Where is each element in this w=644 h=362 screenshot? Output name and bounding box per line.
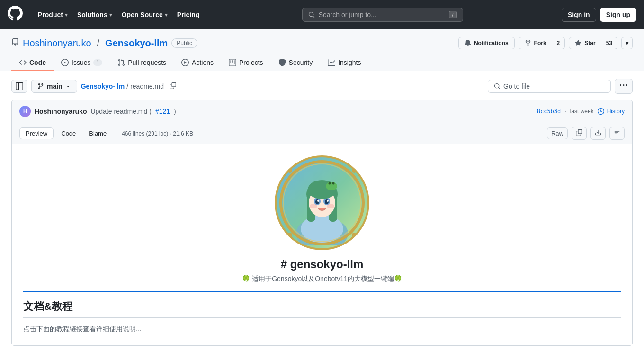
sidebar-toggle-button[interactable] — [11, 80, 27, 93]
nav-pricing-link[interactable]: Pricing — [173, 7, 203, 22]
commit-author-name[interactable]: Hoshinonyaruko — [35, 108, 87, 115]
readme-image-container — [23, 155, 621, 250]
commit-author-avatar: H — [19, 106, 31, 117]
commit-hash-link[interactable]: 8cc5b3d — [537, 108, 561, 115]
top-nav-links: Product ▾ Solutions ▾ Open Source ▾ Pric… — [34, 7, 203, 22]
tab-actions[interactable]: Actions — [174, 55, 221, 71]
file-actions: Raw — [547, 127, 625, 140]
tab-projects-label: Projects — [239, 59, 263, 66]
svg-point-15 — [327, 204, 334, 208]
copy-raw-button[interactable] — [572, 127, 587, 140]
file-view-header: Preview Code Blame 466 lines (291 loc) ·… — [12, 123, 632, 144]
commit-pr-link[interactable]: #121 — [155, 108, 170, 115]
top-nav: Product ▾ Solutions ▾ Open Source ▾ Pric… — [0, 0, 644, 29]
tab-code[interactable]: Code — [11, 55, 54, 71]
file-path-repo-link[interactable]: Gensokyo-llm — [81, 82, 125, 90]
tab-insights[interactable]: Insights — [320, 55, 368, 71]
tab-issues[interactable]: Issues 1 — [54, 55, 110, 71]
tab-actions-label: Actions — [192, 59, 214, 66]
repo-title-slash: / — [97, 38, 100, 49]
tab-insights-label: Insights — [338, 59, 361, 66]
search-area: Search or jump to... / — [211, 8, 554, 22]
nav-solutions-label: Solutions — [77, 11, 107, 18]
notifications-label: Notifications — [474, 40, 509, 46]
file-meta-info: 466 lines (291 loc) · 21.6 KB — [122, 130, 193, 137]
star-button[interactable]: Star — [569, 37, 601, 49]
sign-in-button[interactable]: Sign in — [562, 8, 596, 22]
star-button-group: Star 53 — [569, 37, 617, 49]
go-to-file-placeholder: Go to file — [503, 82, 530, 90]
outline-button[interactable] — [609, 127, 625, 140]
nav-product-link[interactable]: Product ▾ — [34, 7, 72, 22]
auth-buttons: Sign in Sign up — [562, 8, 636, 22]
tab-projects[interactable]: Projects — [221, 55, 271, 71]
nav-solutions-link[interactable]: Solutions ▾ — [73, 7, 116, 22]
star-count[interactable]: 53 — [601, 37, 617, 49]
file-toolbar: main Gensokyo-llm / readme.md Go to file — [11, 79, 633, 94]
tab-security-label: Security — [289, 59, 313, 66]
readme-divider — [23, 291, 621, 292]
repo-visibility-badge: Public — [171, 38, 197, 48]
nav-opensource-link[interactable]: Open Source ▾ — [118, 7, 171, 22]
repo-type-icon — [11, 38, 19, 48]
svg-point-27 — [352, 233, 357, 237]
svg-point-25 — [352, 168, 357, 173]
commit-separator: · — [564, 108, 566, 115]
repo-name-link[interactable]: Gensokyo-llm — [105, 38, 168, 49]
issues-count-badge: 1 — [93, 59, 102, 66]
go-to-file-search[interactable]: Go to file — [488, 80, 611, 93]
github-logo-icon[interactable] — [8, 6, 23, 24]
file-view: Preview Code Blame 466 lines (291 loc) ·… — [11, 123, 633, 346]
preview-tab[interactable]: Preview — [19, 127, 54, 139]
file-path-separator: / — [126, 82, 128, 90]
code-tab[interactable]: Code — [55, 128, 81, 139]
commit-message-text: Update readme.md ( — [90, 108, 151, 115]
history-button[interactable]: History — [598, 108, 625, 115]
notifications-button[interactable]: Notifications — [458, 37, 515, 49]
svg-point-14 — [310, 204, 317, 208]
file-content: # gensokyo-llm 🍀 适用于Gensokyo以及Onebotv11的… — [12, 144, 632, 345]
tab-pull-requests[interactable]: Pull requests — [110, 55, 174, 71]
commit-row: H Hoshinonyaruko Update readme.md ( #121… — [11, 100, 633, 123]
commit-right: 8cc5b3d · last week History — [537, 108, 625, 115]
add-star-options-button[interactable]: ▾ — [621, 37, 633, 49]
search-kbd-shortcut: / — [449, 11, 457, 18]
repo-owner-link[interactable]: Hoshinonyaruko — [23, 38, 91, 49]
chevron-down-icon: ▾ — [165, 12, 168, 18]
search-box[interactable]: Search or jump to... / — [302, 8, 463, 22]
readme-character-image — [275, 155, 369, 250]
sign-up-button[interactable]: Sign up — [600, 8, 636, 22]
readme-body: 点击下面的教程链接查看详细使用说明... — [23, 324, 621, 334]
readme-section-heading: 文档&教程 — [23, 299, 621, 318]
repo-tabs: Code Issues 1 Pull requests Actions — [11, 55, 633, 71]
tab-security[interactable]: Security — [271, 55, 321, 71]
tab-issues-label: Issues — [72, 59, 90, 66]
fork-count[interactable]: 2 — [552, 37, 565, 49]
readme-subtitle: 🍀 适用于Gensokyo以及Onebotv11的大模型一键端🍀 — [23, 275, 621, 283]
svg-point-17 — [326, 182, 337, 190]
raw-button[interactable]: Raw — [547, 127, 568, 139]
tab-pr-label: Pull requests — [128, 59, 166, 66]
fork-button[interactable]: Fork — [519, 37, 553, 49]
repo-actions-right: Notifications Fork 2 Star — [458, 37, 633, 49]
file-path: Gensokyo-llm / readme.md — [81, 82, 164, 90]
chevron-down-icon: ▾ — [109, 12, 112, 18]
file-path-current-file: readme.md — [130, 82, 164, 90]
download-button[interactable] — [590, 127, 606, 140]
branch-name: main — [47, 82, 63, 90]
fork-button-group: Fork 2 — [519, 37, 565, 49]
readme-title: # gensokyo-llm — [23, 258, 621, 271]
nav-product-label: Product — [38, 11, 63, 18]
commit-message-close: ) — [174, 108, 176, 115]
blame-tab[interactable]: Blame — [83, 128, 112, 139]
more-actions-button[interactable] — [615, 79, 633, 94]
repo-title-row: Hoshinonyaruko / Gensokyo-llm Public Not… — [11, 37, 633, 49]
nav-opensource-label: Open Source — [122, 11, 163, 18]
copy-path-button[interactable] — [168, 81, 178, 92]
svg-point-26 — [287, 233, 292, 237]
svg-point-12 — [317, 200, 319, 202]
branch-selector[interactable]: main — [31, 80, 77, 93]
svg-point-21 — [332, 182, 335, 185]
file-view-tabs: Preview Code Blame 466 lines (291 loc) ·… — [19, 127, 193, 139]
svg-point-13 — [327, 200, 329, 202]
